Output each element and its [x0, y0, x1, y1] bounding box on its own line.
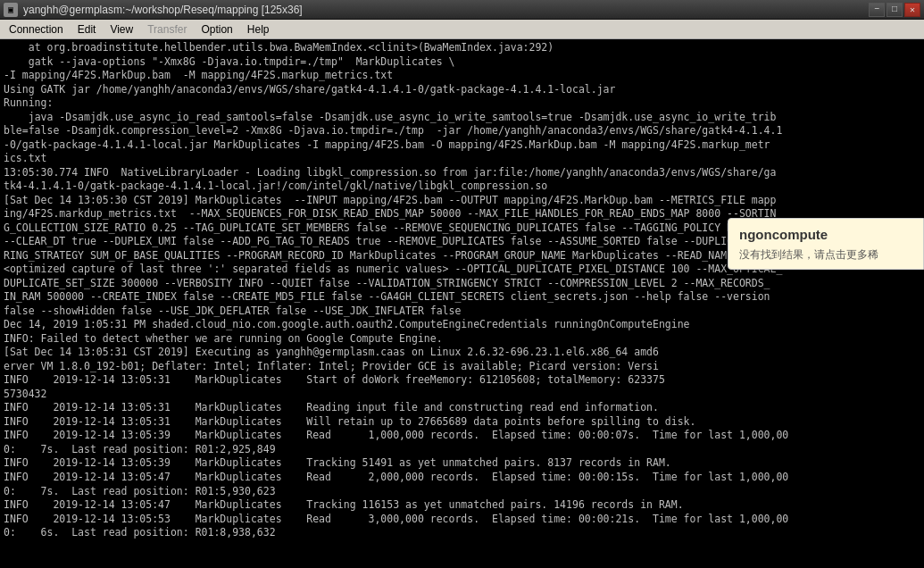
tooltip-popup: ngoncompute 没有找到结果，请点击更多稀 — [728, 218, 924, 270]
minimize-button[interactable]: − — [869, 3, 885, 17]
menu-bar: Connection Edit View Transfer Option Hel… — [0, 20, 924, 39]
window-controls: − □ ✕ — [869, 3, 920, 17]
menu-connection[interactable]: Connection — [2, 21, 71, 38]
terminal-icon: ▣ — [4, 3, 18, 17]
menu-help[interactable]: Help — [240, 21, 277, 38]
menu-option[interactable]: Option — [194, 21, 239, 38]
terminal-output: at org.broadinstitute.hellbender.utils.b… — [0, 39, 924, 568]
tooltip-title: ngoncompute — [739, 226, 912, 244]
title-bar: ▣ yanghh@germplasm:~/workshop/Reseq/mapp… — [0, 0, 924, 20]
maximize-button[interactable]: □ — [887, 3, 903, 17]
terminal-text: at org.broadinstitute.hellbender.utils.b… — [4, 41, 920, 540]
menu-edit[interactable]: Edit — [71, 21, 104, 38]
menu-transfer[interactable]: Transfer — [140, 21, 194, 38]
tooltip-body: 没有找到结果，请点击更多稀 — [739, 247, 912, 262]
title-bar-left: ▣ yanghh@germplasm:~/workshop/Reseq/mapp… — [4, 3, 303, 17]
menu-view[interactable]: View — [103, 21, 140, 38]
close-button[interactable]: ✕ — [904, 3, 920, 17]
window-title: yanghh@germplasm:~/workshop/Reseq/mappin… — [23, 4, 303, 16]
